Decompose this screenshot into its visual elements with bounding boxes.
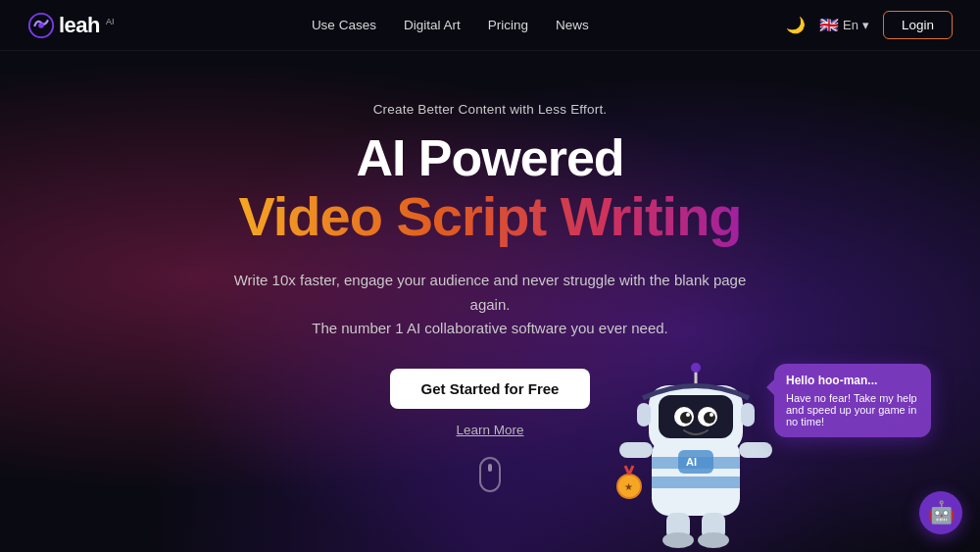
svg-point-12 xyxy=(710,413,713,417)
nav-link-digital-art[interactable]: Digital Art xyxy=(404,18,461,32)
moon-icon: 🌙 xyxy=(786,16,806,34)
hero-subtitle: Create Better Content with Less Effort. xyxy=(373,102,608,117)
robot-container: Hello hoo-man... Have no fear! Take my h… xyxy=(608,344,804,552)
svg-rect-4 xyxy=(652,477,740,488)
scroll-dot xyxy=(488,464,492,472)
chat-bubble-body: Have no fear! Take my help and speed up … xyxy=(786,392,919,427)
cta-button[interactable]: Get Started for Free xyxy=(390,369,591,409)
svg-point-1 xyxy=(38,23,44,28)
login-button[interactable]: Login xyxy=(883,11,953,39)
svg-point-14 xyxy=(691,363,701,373)
logo-icon xyxy=(27,12,55,39)
theme-toggle-button[interactable]: 🌙 xyxy=(786,16,806,34)
logo-badge: AI xyxy=(106,17,115,26)
chat-bubble: Hello hoo-man... Have no fear! Take my h… xyxy=(774,364,931,437)
svg-point-10 xyxy=(704,412,715,424)
svg-rect-17 xyxy=(619,442,653,458)
svg-rect-16 xyxy=(741,403,755,427)
logo[interactable]: leah AI xyxy=(27,12,115,39)
lang-label: En xyxy=(843,18,858,32)
svg-point-9 xyxy=(680,412,692,424)
svg-text:★: ★ xyxy=(624,481,633,492)
svg-point-26 xyxy=(698,532,729,548)
hero-title-line1: AI Powered xyxy=(356,130,623,186)
navbar: leah AI Use Cases Digital Art Pricing Ne… xyxy=(0,0,980,51)
chat-widget-icon: 🤖 xyxy=(928,500,955,526)
svg-rect-18 xyxy=(739,442,772,458)
hero-desc-line2: The number 1 AI collaborative software y… xyxy=(312,320,668,336)
svg-rect-15 xyxy=(637,403,651,427)
nav-links: Use Cases Digital Art Pricing News xyxy=(312,18,589,32)
hero-description: Write 10x faster, engage your audience a… xyxy=(216,269,764,341)
scroll-indicator xyxy=(479,457,501,492)
svg-rect-6 xyxy=(659,395,733,438)
svg-point-11 xyxy=(686,413,690,417)
chat-widget-button[interactable]: 🤖 xyxy=(919,491,962,534)
logo-text: leah xyxy=(59,13,100,38)
learn-more-link[interactable]: Learn More xyxy=(456,423,523,437)
nav-right: 🌙 🇬🇧 En ▾ Login xyxy=(786,11,953,39)
chat-bubble-title: Hello hoo-man... xyxy=(786,374,919,387)
svg-text:AI: AI xyxy=(686,456,697,468)
nav-link-news[interactable]: News xyxy=(556,18,589,32)
lang-arrow-icon: ▾ xyxy=(862,18,869,32)
svg-line-22 xyxy=(629,466,633,475)
svg-point-25 xyxy=(662,532,694,548)
language-selector[interactable]: 🇬🇧 En ▾ xyxy=(819,16,869,34)
nav-link-use-cases[interactable]: Use Cases xyxy=(312,18,376,32)
hero-title-line2: Video Script Writing xyxy=(238,186,741,247)
hero-desc-line1: Write 10x faster, engage your audience a… xyxy=(234,272,747,313)
flag-icon: 🇬🇧 xyxy=(819,16,839,34)
robot-illustration: ★ AI xyxy=(608,344,784,550)
nav-link-pricing[interactable]: Pricing xyxy=(488,18,528,32)
